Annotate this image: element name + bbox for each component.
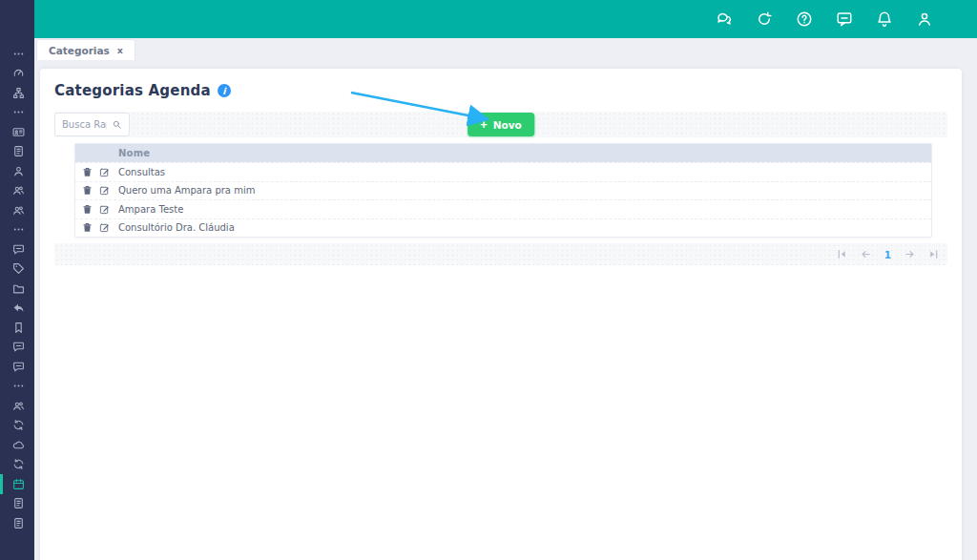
table-row[interactable]: Ampara Teste — [75, 199, 931, 218]
folder-icon — [12, 282, 25, 295]
row-actions — [75, 167, 118, 177]
info-icon[interactable]: i — [218, 84, 231, 97]
sidebar-item-cloud[interactable] — [0, 435, 34, 455]
chats-icon[interactable] — [716, 10, 733, 28]
name-column-header: Nome — [118, 148, 931, 158]
trash-icon[interactable] — [82, 204, 93, 215]
sidebar-item-doc[interactable] — [0, 513, 34, 533]
trash-icon[interactable] — [82, 185, 93, 196]
sidebar-item-dots[interactable] — [0, 103, 34, 123]
table-row[interactable]: Quero uma Ampara pra mim — [75, 181, 931, 200]
chat-icon — [12, 341, 25, 353]
doc-icon — [12, 145, 25, 157]
sidebar-item-user[interactable] — [0, 161, 34, 181]
sidebar-item-folder[interactable] — [0, 279, 34, 299]
sidebar-item-chat[interactable] — [0, 338, 34, 358]
sidebar-item-gauge[interactable] — [0, 64, 34, 84]
reply-icon — [12, 301, 25, 314]
bookmark-icon — [12, 321, 25, 334]
sidebar-item-users[interactable] — [0, 396, 34, 416]
sidebar-item-users[interactable] — [0, 181, 34, 201]
refresh-icon[interactable] — [756, 10, 773, 28]
row-actions — [75, 185, 118, 196]
sidebar-item-calendar-active[interactable] — [0, 474, 34, 494]
pagination-bar: 1 — [54, 243, 947, 265]
sidebar-item-dots[interactable] — [0, 377, 34, 397]
title-row: Categorias Agenda i — [54, 82, 947, 99]
sidebar — [0, 0, 34, 560]
edit-icon[interactable] — [99, 167, 110, 177]
calendar-icon — [12, 478, 25, 490]
bell-icon[interactable] — [876, 10, 893, 28]
table-row[interactable]: Consultório Dra. Cláudia — [75, 218, 931, 238]
sidebar-item-sync[interactable] — [0, 416, 34, 436]
tab-categorias[interactable]: Categorias x — [36, 39, 135, 60]
dots-icon — [12, 380, 25, 392]
search-box[interactable] — [54, 113, 130, 136]
cloud-icon — [12, 439, 25, 451]
table-header-row: Nome — [75, 144, 931, 162]
sidebar-item-users[interactable] — [0, 200, 34, 220]
sidebar-item-bookmark[interactable] — [0, 318, 34, 338]
idcard-icon — [12, 126, 25, 138]
main-area: Categorias x Categorias Agenda i + Novo … — [34, 38, 977, 560]
prev-page-icon[interactable] — [861, 249, 871, 259]
plus-icon: + — [480, 118, 488, 131]
users-icon — [12, 204, 25, 217]
sync-icon — [12, 458, 25, 470]
sync-icon — [12, 419, 25, 431]
sidebar-item-sitemap[interactable] — [0, 83, 34, 103]
users-icon — [12, 184, 25, 197]
row-actions — [75, 222, 118, 233]
users-icon — [12, 400, 25, 412]
dots-icon — [12, 223, 25, 236]
doc-icon — [12, 517, 25, 529]
next-page-icon[interactable] — [904, 249, 915, 259]
dots-icon — [12, 106, 25, 118]
row-actions — [75, 204, 118, 215]
gauge-icon — [12, 67, 25, 79]
chat-icon — [12, 243, 25, 256]
sidebar-item-tag[interactable] — [0, 259, 34, 280]
page-title: Categorias Agenda — [54, 82, 211, 99]
chat-icon — [12, 361, 25, 373]
sidebar-item-doc[interactable] — [0, 142, 34, 162]
doc-icon — [12, 497, 25, 509]
category-name: Consultório Dra. Cláudia — [118, 222, 931, 233]
edit-icon[interactable] — [99, 185, 110, 196]
message-icon[interactable] — [836, 10, 853, 28]
first-page-icon[interactable] — [837, 249, 847, 259]
sidebar-item-dots[interactable] — [0, 220, 34, 240]
trash-icon[interactable] — [82, 222, 93, 233]
tab-label: Categorias — [49, 45, 110, 56]
help-icon[interactable] — [796, 10, 813, 28]
search-icon[interactable] — [112, 119, 122, 130]
sidebar-item-chat[interactable] — [0, 357, 34, 377]
sidebar-item-reply[interactable] — [0, 299, 34, 319]
sidebar-item-dots[interactable] — [0, 44, 34, 64]
category-name: Consultas — [118, 167, 931, 177]
tag-icon — [12, 262, 25, 275]
current-page-number[interactable]: 1 — [884, 249, 891, 260]
last-page-icon[interactable] — [928, 249, 939, 259]
tab-bar: Categorias x — [34, 38, 977, 60]
sidebar-item-idcard[interactable] — [0, 122, 34, 142]
sidebar-item-doc[interactable] — [0, 494, 34, 514]
search-input[interactable] — [62, 119, 107, 130]
trash-icon[interactable] — [82, 167, 93, 177]
content-card: Categorias Agenda i + Novo Nome — [40, 69, 962, 560]
edit-icon[interactable] — [99, 204, 110, 215]
edit-icon[interactable] — [99, 222, 110, 233]
sidebar-item-chat[interactable] — [0, 239, 34, 259]
novo-button[interactable]: + Novo — [468, 113, 534, 136]
user-icon — [12, 165, 25, 177]
category-name: Quero uma Ampara pra mim — [118, 185, 931, 196]
table-row[interactable]: Consultas — [75, 162, 931, 181]
topbar — [34, 0, 977, 38]
tab-close-icon[interactable]: x — [117, 45, 123, 55]
sidebar-item-sync[interactable] — [0, 455, 34, 475]
user-icon[interactable] — [916, 10, 933, 28]
category-name: Ampara Teste — [118, 204, 931, 215]
dots-icon — [12, 48, 25, 60]
sitemap-icon — [12, 87, 25, 99]
